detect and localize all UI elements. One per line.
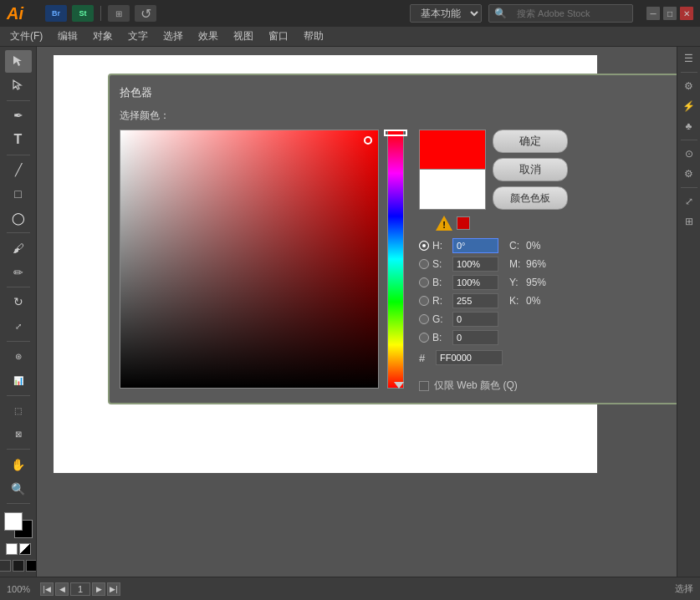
panel-btn-2[interactable]: ⚡ [681,98,697,114]
sat-radio[interactable] [419,259,429,269]
next-page-btn[interactable]: ▶ [92,582,105,596]
g-radio[interactable] [419,314,429,324]
rectangle-tool[interactable]: □ [5,182,32,205]
menu-select[interactable]: 选择 [156,28,190,45]
bri-input[interactable] [452,275,498,290]
swatch-button[interactable]: 颜色色板 [493,186,568,210]
panel-btn-3[interactable]: ♣ [681,118,697,135]
layout-icon[interactable]: ⊞ [108,5,130,22]
warp-tool[interactable]: ⊛ [5,345,32,368]
menu-effect[interactable]: 效果 [192,28,225,45]
menu-object[interactable]: 对象 [86,28,120,45]
panel-btn-1[interactable]: ⚙ [681,78,697,94]
restore-button[interactable]: □ [663,7,677,20]
panel-btn-6[interactable]: ⤢ [681,193,697,210]
close-button[interactable]: ✕ [680,7,693,20]
web-color-checkbox[interactable] [419,381,429,391]
svg-text:!: ! [442,220,446,230]
color-swatches [419,130,486,210]
tool-sep-6 [7,395,30,396]
cancel-button[interactable]: 取消 [493,158,568,181]
last-page-btn[interactable]: ▶| [107,582,120,596]
g-input[interactable] [452,312,498,327]
g-row: G: [419,312,503,327]
panel-btn-4[interactable]: ⊙ [681,145,697,162]
hex-input[interactable] [436,350,503,365]
first-page-btn[interactable]: |◀ [40,582,54,596]
y-label: Y: [509,277,523,288]
minimize-button[interactable]: ─ [646,7,660,20]
r-radio[interactable] [419,296,429,306]
c-row: C: 0% [509,238,568,253]
workspace-area: 基本功能 🔍 ─ □ ✕ [410,4,693,23]
tool-sep-8 [7,503,30,504]
bri-radio[interactable] [419,277,429,287]
r-row: R: [419,293,503,308]
canvas-area[interactable]: 拾色器 选择颜色： [37,47,677,577]
search-input[interactable] [510,7,627,20]
color-gradient-picker[interactable] [120,130,379,389]
menu-edit[interactable]: 编辑 [51,28,84,45]
pen-tool[interactable]: ✒ [5,104,32,127]
sat-input[interactable] [452,257,498,272]
foreground-color-box[interactable] [4,512,23,531]
previous-color-swatch [419,170,486,210]
zoom-tool[interactable]: 🔍 [5,477,32,500]
dialog-right: ! 确定 取消 颜色色板 [419,130,677,393]
menu-bar: 文件(F) 编辑 对象 文字 选择 效果 视图 窗口 帮助 [0,27,700,47]
hue-label: H: [432,240,449,252]
menu-file[interactable]: 文件(F) [3,28,49,45]
tool-sep-2 [7,155,30,155]
r-input[interactable] [452,293,498,308]
fullscreen-mode-icon[interactable] [26,560,38,572]
main-layout: ✒ T ╱ □ ◯ 🖌 ✏ ↻ ⤢ ⊛ 📊 ⬚ ⊠ ✋ 🔍 [0,47,700,577]
rotate-icon[interactable]: ↺ [135,5,156,22]
normal-mode-icon[interactable] [0,560,11,572]
blue-radio[interactable] [419,333,429,343]
tool-sep-5 [7,341,30,342]
menu-text[interactable]: 文字 [121,28,155,45]
hue-input[interactable] [452,238,498,253]
right-sep-3 [681,187,697,188]
stock-icon[interactable]: St [72,5,94,22]
paintbrush-tool[interactable]: 🖌 [5,236,32,259]
graph-tool[interactable]: 📊 [5,369,32,392]
m-label: M: [509,258,523,270]
direct-selection-tool[interactable] [5,74,32,97]
artboard-tool[interactable]: ⬚ [5,399,32,422]
scale-tool[interactable]: ⤢ [5,315,32,338]
line-tool[interactable]: ╱ [5,159,32,181]
hue-slider[interactable] [387,130,404,389]
white-fill-icon[interactable] [6,543,18,555]
prev-page-btn[interactable]: ◀ [55,582,69,596]
blue-input[interactable] [452,330,498,345]
preview-buttons-row: ! 确定 取消 颜色色板 [419,130,677,231]
full-mode-icon[interactable] [13,560,24,572]
color-mode-icons [4,542,33,557]
pencil-tool[interactable]: ✏ [5,261,32,283]
dialog-buttons: 确定 取消 颜色色板 [493,130,568,210]
gradient-dark [120,130,378,388]
confirm-button[interactable]: 确定 [493,130,568,153]
menu-help[interactable]: 帮助 [297,28,330,45]
page-input[interactable] [70,582,90,596]
bridge-icon[interactable]: Br [45,5,67,22]
hand-tool[interactable]: ✋ [5,453,32,475]
warning-color-preview[interactable] [457,216,470,230]
menu-window[interactable]: 窗口 [262,28,295,45]
panel-btn-5[interactable]: ⚙ [681,165,697,182]
type-tool[interactable]: T [5,129,32,151]
rotate-tool[interactable]: ↻ [5,291,32,313]
panel-btn-7[interactable]: ⊞ [681,213,697,230]
panel-menu-icon[interactable]: ☰ [681,50,697,67]
slice-tool[interactable]: ⊠ [5,423,32,445]
workspace-selector[interactable]: 基本功能 [410,4,482,23]
hex-row: # [419,350,503,365]
menu-view[interactable]: 视图 [227,28,260,45]
selection-tool[interactable] [5,50,32,73]
top-bar: Ai Br St ⊞ ↺ 基本功能 🔍 ─ □ ✕ [0,0,700,27]
current-color-swatch [419,130,486,170]
hue-radio[interactable] [419,241,429,251]
ellipse-tool[interactable]: ◯ [5,206,32,229]
none-fill-icon[interactable] [19,543,31,555]
